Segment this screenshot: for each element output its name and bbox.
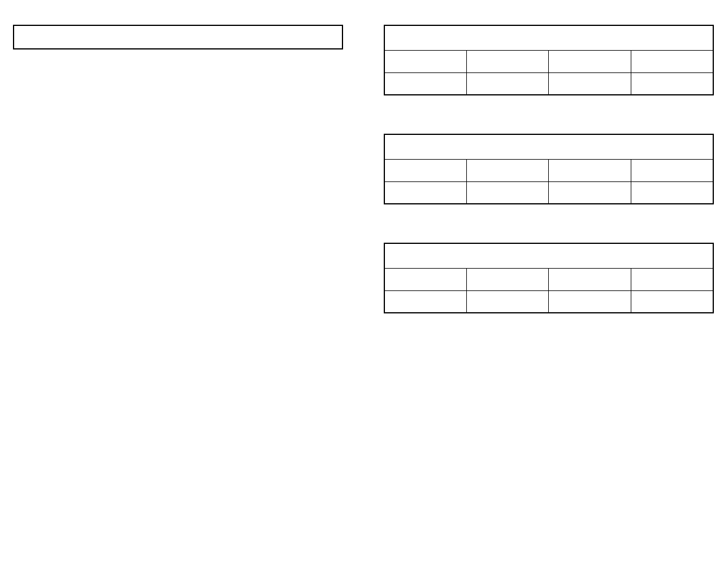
cell: [631, 50, 713, 72]
cell: [467, 159, 549, 181]
cell: [631, 181, 713, 204]
cell: [549, 181, 631, 204]
cell: [384, 268, 467, 290]
cell: [467, 290, 549, 313]
cell: [467, 50, 549, 72]
cell: [549, 268, 631, 290]
cell: [631, 72, 713, 95]
cell: [384, 159, 467, 181]
cell: [384, 290, 467, 313]
table-row: [384, 181, 713, 204]
table-3-title-row: [384, 243, 713, 268]
cell: [384, 181, 467, 204]
table-1: [384, 25, 714, 95]
cell: [549, 72, 631, 95]
cell: [467, 181, 549, 204]
table-1-title-row: [384, 25, 713, 50]
table-2-title-row: [384, 134, 713, 159]
table-row: [384, 290, 713, 313]
cell: [384, 50, 467, 72]
table-3-title: [384, 243, 713, 268]
table-row: [384, 50, 713, 72]
table-3: [384, 243, 714, 313]
cell: [467, 72, 549, 95]
cell: [384, 72, 467, 95]
table-row: [384, 159, 713, 181]
cell: [631, 159, 713, 181]
cell: [549, 50, 631, 72]
table-1-title: [384, 25, 713, 50]
cell: [631, 268, 713, 290]
table-2-title: [384, 134, 713, 159]
cell: [549, 290, 631, 313]
left-header-box: [13, 25, 343, 49]
table-2: [384, 134, 714, 204]
cell: [549, 159, 631, 181]
cell: [631, 290, 713, 313]
table-row: [384, 72, 713, 95]
table-row: [384, 268, 713, 290]
cell: [467, 268, 549, 290]
